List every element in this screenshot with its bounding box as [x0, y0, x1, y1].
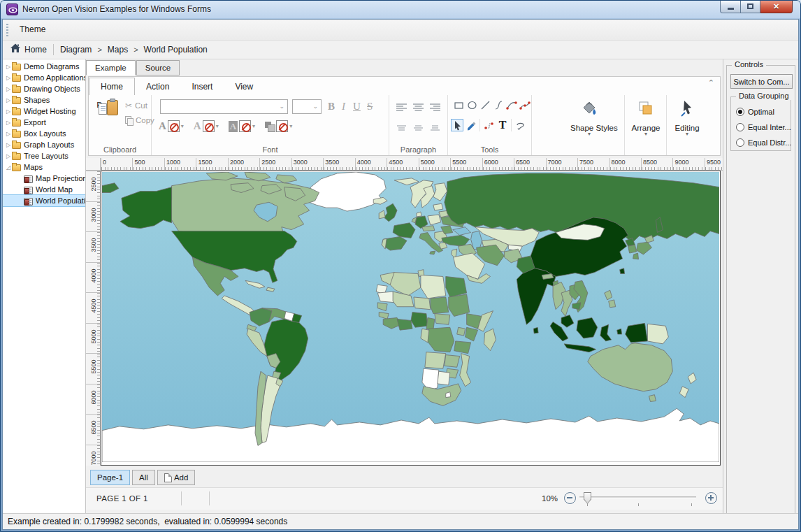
radio-option[interactable]: Equal Inter...: [736, 122, 791, 132]
breadcrumb-diagram[interactable]: Diagram: [60, 45, 92, 55]
breadcrumb-home[interactable]: Home: [24, 45, 47, 55]
pointer-tool-button[interactable]: [451, 119, 463, 131]
maximize-icon: [747, 3, 753, 9]
expander-icon[interactable]: [5, 64, 12, 70]
expander-icon[interactable]: [5, 75, 12, 81]
zoom-out-button[interactable]: [564, 492, 576, 504]
zoom-slider[interactable]: [579, 492, 696, 505]
lasso-tool-button[interactable]: [514, 119, 526, 131]
tree-item[interactable]: World Population: [3, 195, 85, 206]
document-tab[interactable]: Example: [86, 60, 136, 76]
paragraph-group: Paragraph: [389, 95, 448, 155]
arc-tool-button[interactable]: [505, 99, 518, 111]
arrange-button[interactable]: Arrange ▾: [627, 98, 665, 136]
bold-button[interactable]: B: [328, 101, 335, 113]
page-tab[interactable]: All: [132, 470, 155, 485]
ribbon: File HomeActionInsertView ⌃ Paste ✂: [88, 76, 721, 156]
toolbar-grip[interactable]: [6, 24, 8, 36]
font-family-combobox[interactable]: ⌄: [160, 99, 288, 114]
copy-button[interactable]: Copy: [125, 116, 154, 124]
italic-button[interactable]: I: [342, 101, 345, 113]
radio-option[interactable]: Optimal: [736, 107, 774, 117]
tree-item[interactable]: Widget Hosting: [3, 106, 85, 117]
paint-bucket-icon: [580, 98, 598, 120]
tree-item[interactable]: Shapes: [3, 94, 85, 106]
underline-button[interactable]: U: [353, 101, 361, 113]
align-left-button[interactable]: [395, 101, 407, 113]
expander-icon[interactable]: [5, 153, 12, 159]
ribbon-tab[interactable]: View: [224, 78, 264, 95]
map-canvas[interactable]: [101, 171, 721, 466]
tree-item[interactable]: Maps: [3, 161, 85, 173]
expander-icon[interactable]: [5, 120, 12, 126]
editing-button[interactable]: Editing ▾: [668, 98, 706, 136]
ellipse-tool-button[interactable]: [466, 99, 478, 111]
breadcrumb-maps[interactable]: Maps: [108, 45, 128, 55]
tree-item[interactable]: Graph Layouts: [3, 139, 85, 150]
document-tab[interactable]: Source: [136, 60, 180, 76]
tree-item[interactable]: Map Projections: [3, 173, 85, 184]
expander-icon[interactable]: [5, 131, 12, 137]
minimize-button[interactable]: [720, 0, 741, 13]
text-highlight-button[interactable]: A ▾: [229, 120, 255, 132]
folder-icon: [12, 108, 21, 115]
breadcrumb-divider: [53, 44, 54, 55]
cut-button[interactable]: ✂ Cut: [125, 101, 147, 110]
shape-styles-button[interactable]: Shape Styles ▾: [570, 98, 608, 136]
align-right-button[interactable]: [428, 101, 441, 113]
page-tab[interactable]: Add: [157, 470, 195, 485]
expander-icon[interactable]: [5, 86, 12, 92]
ruler-tick: 2500: [259, 158, 291, 170]
connector-tool-button[interactable]: [482, 119, 495, 131]
curve-tool-button[interactable]: [492, 99, 505, 111]
close-button[interactable]: ✕: [760, 0, 793, 13]
chevron-down-icon: ▾: [181, 123, 184, 129]
align-center-button[interactable]: [412, 101, 424, 113]
shape-fill-button[interactable]: ▾: [265, 120, 292, 132]
menu-theme[interactable]: Theme: [20, 24, 45, 34]
switch-to-code-button[interactable]: Switch to Com...: [730, 74, 793, 89]
paste-button[interactable]: Paste: [93, 99, 121, 142]
expander-icon[interactable]: [5, 164, 12, 171]
slider-tick: [691, 503, 692, 506]
tree-item[interactable]: Drawing Objects: [3, 83, 85, 94]
valign-middle-button[interactable]: [412, 122, 424, 134]
ribbon-tab[interactable]: Home: [89, 78, 135, 95]
folder-icon: [24, 175, 33, 183]
valign-bottom-button[interactable]: [428, 122, 441, 134]
rectangle-tool-button[interactable]: [452, 99, 465, 111]
breadcrumb-world-population[interactable]: World Population: [144, 45, 208, 55]
valign-top-button[interactable]: [395, 122, 407, 134]
zoom-in-button[interactable]: [705, 492, 717, 504]
expander-icon[interactable]: [5, 108, 12, 115]
radio-icon[interactable]: [736, 108, 744, 116]
font-size-combobox[interactable]: ⌄: [292, 99, 322, 114]
pencil-tool-button[interactable]: [465, 119, 477, 131]
text-tool-button[interactable]: T: [496, 119, 509, 131]
line-tool-button[interactable]: [479, 99, 491, 111]
ribbon-tab[interactable]: Insert: [180, 78, 224, 95]
tree-item[interactable]: Demo Diagrams: [3, 61, 85, 72]
tree-item[interactable]: Demo Applications: [3, 72, 85, 83]
radio-icon[interactable]: [736, 123, 744, 131]
tree-item[interactable]: World Map: [3, 184, 85, 195]
ribbon-collapse-icon[interactable]: ⌃: [708, 78, 714, 87]
maximize-button[interactable]: [741, 0, 760, 13]
expander-icon[interactable]: [5, 97, 12, 103]
bezier-tool-button[interactable]: [519, 99, 531, 111]
font-outline-color-button[interactable]: A ▾: [194, 120, 219, 132]
slider-thumb[interactable]: [584, 492, 591, 504]
slider-track[interactable]: [579, 496, 696, 498]
strikethrough-button[interactable]: S: [367, 101, 373, 113]
ruler-tick: 1000: [164, 158, 196, 170]
tree-item[interactable]: Tree Layouts: [3, 150, 85, 161]
expander-icon[interactable]: [5, 142, 12, 148]
radio-option[interactable]: Equal Distr...: [736, 138, 791, 148]
radio-icon[interactable]: [736, 138, 744, 147]
tree-item[interactable]: Box Layouts: [3, 128, 85, 139]
ribbon-tab[interactable]: Action: [135, 78, 180, 95]
page-tab[interactable]: Page-1: [90, 470, 130, 485]
ruler-tick: 5000: [86, 323, 100, 354]
font-color-button[interactable]: A ▾: [159, 120, 184, 132]
tree-item[interactable]: Export: [3, 117, 85, 128]
